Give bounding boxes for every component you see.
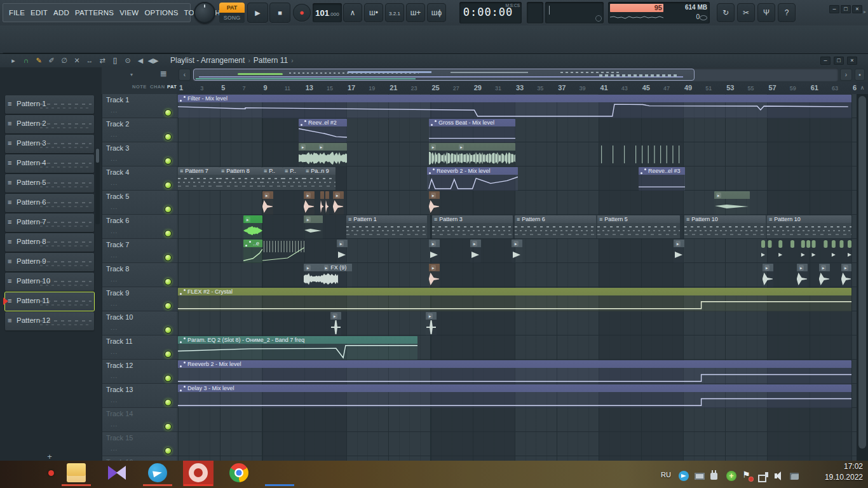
clip[interactable]: ▸ <box>512 240 522 263</box>
automation-clip[interactable]: Reeve..el #3 <box>639 167 685 191</box>
track-header-10[interactable]: Track 10... <box>102 311 177 336</box>
undo-button[interactable]: ↻ <box>717 3 735 22</box>
automation-clip[interactable]: Reeverb 2 - Mix level <box>178 360 851 384</box>
scroll-right-button[interactable]: › <box>840 69 852 81</box>
automation-clip[interactable]: Param. EQ 2 (Slot 8) - Ониме_2 - Band 7 … <box>178 336 417 360</box>
pattern-clip[interactable]: ≡P.. <box>283 167 304 191</box>
track-header-4[interactable]: Track 4... <box>102 166 177 191</box>
track-header-5[interactable]: Track 5... <box>102 191 177 215</box>
pattern-item-8[interactable]: ≡Pattern 8 <box>5 233 94 252</box>
clip[interactable]: ▸ <box>819 264 830 287</box>
pattern-clip[interactable]: ≡Pattern 5 <box>597 215 680 239</box>
track-enable-led[interactable] <box>165 254 172 261</box>
pattern-item-2[interactable]: ≡Pattern 2 <box>5 115 94 133</box>
play-button[interactable]: ▶ <box>247 3 268 23</box>
playlist-grid[interactable]: Filter - Mix levelReev..el #2Gross Beat … <box>177 94 857 461</box>
track-enable-led[interactable] <box>165 206 172 213</box>
clip[interactable]: ▸ <box>262 191 273 215</box>
track-enable-led[interactable] <box>165 278 172 285</box>
clip[interactable]: ▸ <box>426 312 437 336</box>
audio-clip[interactable]: ▸▸FX (9) <box>304 264 352 287</box>
clip[interactable] <box>600 143 637 166</box>
vertical-scroll-up-icon[interactable]: ∧ <box>857 82 868 94</box>
track-sort-icon[interactable]: ▾ <box>130 72 133 78</box>
fl-logo-knob[interactable] <box>194 2 215 24</box>
toolbar-overflow-icon[interactable]: ▸ <box>864 9 866 15</box>
pattern-clip[interactable]: ≡Pattern 8 <box>219 167 262 191</box>
audio-clip[interactable]: ▸▸ <box>299 143 347 166</box>
delete-icon[interactable]: ∅ <box>58 55 70 66</box>
metronome-button[interactable]: ∧ <box>343 3 362 22</box>
track-enable-led[interactable] <box>165 375 172 382</box>
vertical-scrollbar-thumb[interactable] <box>858 96 866 449</box>
clip[interactable]: ▸ <box>333 191 344 215</box>
clip[interactable] <box>262 240 304 263</box>
pattern-clip[interactable]: ≡Pattern 10 <box>684 215 766 239</box>
clip[interactable]: ▸ <box>714 191 750 215</box>
audio-clip[interactable]: ▸▸ <box>429 143 515 166</box>
tempo-display[interactable]: 101.000 <box>313 3 342 22</box>
taskbar-clock[interactable]: 17:02 19.10.2022 <box>825 462 863 482</box>
clip[interactable]: ▸ <box>330 312 341 336</box>
minimize-button[interactable]: – <box>820 57 831 65</box>
cut-button[interactable]: ✂ <box>737 3 755 22</box>
pattern-item-6[interactable]: ≡Pattern 6 <box>5 194 94 212</box>
pattern-item-10[interactable]: ≡Pattern 10 <box>5 273 94 291</box>
track-header-9[interactable]: Track 9... <box>102 287 177 311</box>
hint-display[interactable] <box>545 2 604 24</box>
track-enable-led[interactable] <box>165 327 172 334</box>
pattern-clip[interactable]: ≡Pattern 10 <box>767 215 851 239</box>
track-header-1[interactable]: Track 1... <box>102 94 177 118</box>
pattern-clip[interactable]: ≡Pattern 3 <box>432 215 513 239</box>
output-monitor-small[interactable] <box>527 2 543 24</box>
mute-icon[interactable]: ✕ <box>71 55 83 66</box>
scroll-left-button[interactable]: ‹ <box>179 69 191 81</box>
clip[interactable] <box>325 191 329 215</box>
track-enable-led[interactable] <box>165 399 172 406</box>
tray-antivirus-icon[interactable] <box>726 471 736 481</box>
pattern-clip[interactable]: ≡P.. <box>262 167 283 191</box>
tray-gpu-icon[interactable] <box>790 473 799 480</box>
clip[interactable] <box>641 143 680 166</box>
automation-clip[interactable]: Delay 3 - Mix level <box>178 384 851 408</box>
track-enable-led[interactable] <box>165 230 172 237</box>
automation-clip[interactable]: Gross Beat - Mix level <box>429 119 515 142</box>
clip[interactable]: ▸ <box>337 240 348 263</box>
pattern-clip[interactable]: ≡Pattern 7 <box>178 167 219 191</box>
tray-display-icon[interactable] <box>695 473 705 480</box>
zoom-icon[interactable]: ⊙ <box>122 55 133 66</box>
menu-item-options[interactable]: OPTIONS <box>144 9 178 17</box>
clip[interactable]: ▸ <box>763 264 773 287</box>
pattern-item-9[interactable]: ≡Pattern 9 <box>5 253 94 271</box>
restore-button[interactable]: □ <box>841 5 851 13</box>
clip[interactable] <box>320 191 324 215</box>
automation-clip[interactable]: Filter - Mix level <box>178 95 851 118</box>
clip[interactable]: ▸ <box>304 191 315 215</box>
restore-button[interactable]: □ <box>834 57 844 65</box>
tray-flag-icon[interactable] <box>742 471 752 481</box>
playback-marker-icon[interactable]: ⇄ <box>97 55 108 66</box>
arrangement-switch-icon[interactable]: ◀▶ <box>147 55 159 66</box>
menu-arrow-icon[interactable]: ▸ <box>8 55 19 66</box>
track-header-7[interactable]: Track 7... <box>102 239 177 263</box>
track-enable-led[interactable] <box>165 302 172 309</box>
track-mode-icon[interactable]: ▦ <box>160 69 166 78</box>
track-enable-led[interactable] <box>165 158 172 165</box>
pat-song-toggle[interactable]: PAT SONG <box>219 3 245 23</box>
record-button[interactable]: ● <box>293 4 311 22</box>
picker-scrollbar[interactable] <box>95 148 100 224</box>
track-header-3[interactable]: Track 3... <box>102 142 177 166</box>
clip[interactable]: ▸ <box>429 191 440 215</box>
countdown-button[interactable]: 3.2.1 <box>385 3 404 22</box>
menu-item-patterns[interactable]: PATTERNS <box>75 9 114 17</box>
time-display[interactable]: 0:00:00 M:S:CS <box>459 2 522 24</box>
loop-record-button[interactable]: ш+ <box>406 3 425 22</box>
timeline-ruler[interactable]: 1357911131517192123252729313335373941434… <box>177 82 857 95</box>
pattern-clip[interactable]: ≡Pa..n 9 <box>304 167 336 191</box>
clip[interactable]: ▸ <box>841 264 851 287</box>
magnet-icon[interactable]: ∩ <box>20 55 32 66</box>
track-enable-led[interactable] <box>165 423 172 430</box>
automation-clip[interactable]: ..e <box>243 240 262 263</box>
clip[interactable]: ▸ <box>674 240 684 263</box>
pattern-item-12[interactable]: ≡Pattern 12 <box>5 312 94 330</box>
